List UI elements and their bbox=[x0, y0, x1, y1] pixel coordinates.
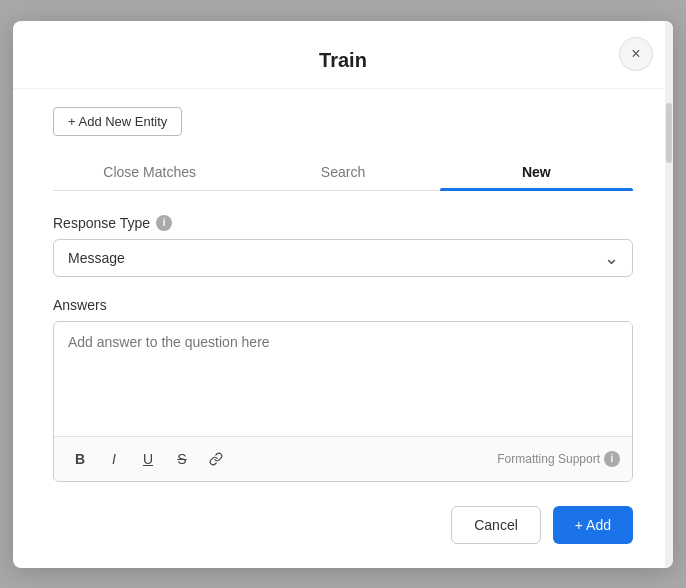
scrollbar[interactable] bbox=[665, 21, 673, 568]
tabs: Close Matches Search New bbox=[53, 154, 633, 191]
cancel-button[interactable]: Cancel bbox=[451, 506, 541, 544]
answers-label: Answers bbox=[53, 297, 633, 313]
tab-search[interactable]: Search bbox=[246, 154, 439, 190]
modal-title: Train bbox=[319, 49, 367, 72]
formatting-info-icon[interactable]: i bbox=[604, 451, 620, 467]
modal-footer: Cancel + Add bbox=[13, 482, 673, 544]
strikethrough-button[interactable]: S bbox=[168, 445, 196, 473]
response-type-select-wrapper: Message ⌄ bbox=[53, 239, 633, 277]
add-entity-button[interactable]: + Add New Entity bbox=[53, 107, 182, 136]
response-type-label: Response Type i bbox=[53, 215, 633, 231]
answer-editor: B I U S Formatting Support i bbox=[53, 321, 633, 482]
toolbar-left: B I U S bbox=[66, 445, 230, 473]
add-button[interactable]: + Add bbox=[553, 506, 633, 544]
response-type-info-icon[interactable]: i bbox=[156, 215, 172, 231]
modal-body: + Add New Entity Close Matches Search Ne… bbox=[13, 97, 673, 482]
link-button[interactable] bbox=[202, 445, 230, 473]
modal-header: Train × bbox=[13, 21, 673, 89]
formatting-toolbar: B I U S Formatting Support i bbox=[54, 436, 632, 481]
answer-textarea[interactable] bbox=[54, 322, 632, 432]
scrollbar-thumb bbox=[666, 103, 672, 163]
underline-button[interactable]: U bbox=[134, 445, 162, 473]
bold-button[interactable]: B bbox=[66, 445, 94, 473]
tab-new[interactable]: New bbox=[440, 154, 633, 190]
close-button[interactable]: × bbox=[619, 37, 653, 71]
formatting-support: Formatting Support i bbox=[497, 451, 620, 467]
response-type-select[interactable]: Message bbox=[53, 239, 633, 277]
modal-overlay: Train × + Add New Entity Close Matches S… bbox=[0, 0, 686, 588]
tab-close-matches[interactable]: Close Matches bbox=[53, 154, 246, 190]
italic-button[interactable]: I bbox=[100, 445, 128, 473]
modal: Train × + Add New Entity Close Matches S… bbox=[13, 21, 673, 568]
